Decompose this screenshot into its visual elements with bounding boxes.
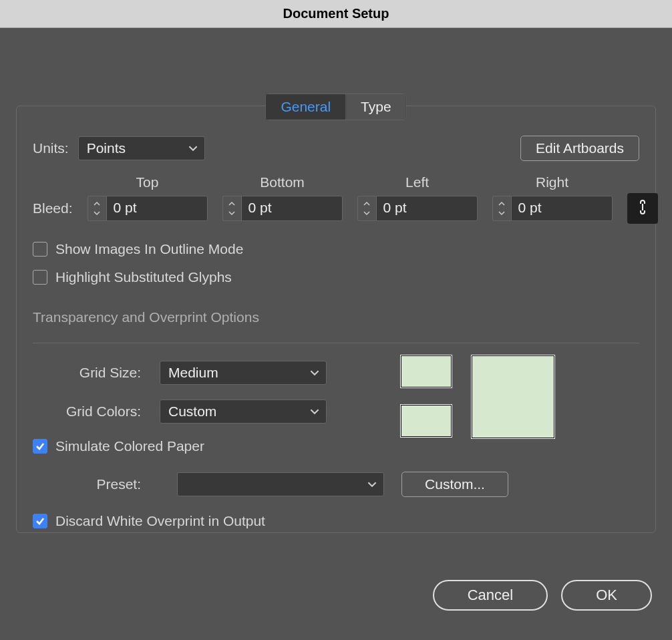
tab-type[interactable]: Type <box>346 94 406 120</box>
bleed-col-top: Top <box>88 174 208 190</box>
grid-size-label: Grid Size: <box>33 365 150 381</box>
paper-color-swatch[interactable] <box>471 355 555 439</box>
bleed-col-bottom: Bottom <box>222 174 343 190</box>
units-select[interactable]: Points <box>78 136 205 160</box>
preset-custom-button[interactable]: Custom... <box>401 472 508 497</box>
bleed-left-field[interactable]: 0 pt <box>357 196 478 221</box>
chevron-down-icon <box>310 365 319 381</box>
discard-white-checkbox[interactable] <box>33 514 47 528</box>
grid-colors-label: Grid Colors: <box>33 404 150 420</box>
cancel-button[interactable]: Cancel <box>433 580 548 611</box>
bleed-top-input[interactable]: 0 pt <box>106 196 208 221</box>
grid-size-select[interactable]: Medium <box>160 361 327 385</box>
bleed-bottom-stepper[interactable] <box>222 196 241 221</box>
chevron-down-icon <box>310 404 319 420</box>
units-label: Units: <box>33 140 69 156</box>
bleed-col-right: Right <box>492 174 613 190</box>
bleed-section: Top Bottom Left Right Bleed: 0 pt 0 pt <box>33 174 639 224</box>
dialog-body: General Type Units: Points Edit Artboard… <box>0 28 672 640</box>
bleed-left-input[interactable]: 0 pt <box>376 196 478 221</box>
bleed-top-stepper[interactable] <box>88 196 106 221</box>
grid-color-swatch-1[interactable] <box>400 355 452 388</box>
grid-size-value: Medium <box>168 365 218 381</box>
grid-colors-value: Custom <box>168 404 216 420</box>
units-value: Points <box>87 140 126 156</box>
bleed-bottom-field[interactable]: 0 pt <box>222 196 343 221</box>
simulate-paper-checkbox[interactable] <box>33 439 47 454</box>
bleed-right-stepper[interactable] <box>492 196 511 221</box>
simulate-paper-label: Simulate Colored Paper <box>55 438 204 454</box>
section-divider <box>33 343 639 343</box>
bleed-right-field[interactable]: 0 pt <box>492 196 613 221</box>
bleed-top-field[interactable]: 0 pt <box>88 196 208 221</box>
bleed-col-left: Left <box>357 174 478 190</box>
bleed-label: Bleed: <box>33 200 73 216</box>
discard-white-label: Discard White Overprint in Output <box>55 513 265 529</box>
bleed-bottom-input[interactable]: 0 pt <box>241 196 343 221</box>
general-panel: Units: Points Edit Artboards Top Bottom … <box>16 106 656 533</box>
tab-bar: General Type <box>265 94 406 120</box>
ok-button[interactable]: OK <box>561 580 652 611</box>
window-title-text: Document Setup <box>283 6 389 21</box>
bleed-left-stepper[interactable] <box>357 196 376 221</box>
dialog-footer: Cancel OK <box>433 580 652 611</box>
transparency-section-title: Transparency and Overprint Options <box>33 309 639 325</box>
preset-select[interactable] <box>177 472 384 496</box>
link-icon <box>636 198 649 219</box>
color-swatches <box>400 355 555 439</box>
chevron-down-icon <box>367 476 377 492</box>
preset-label: Preset: <box>33 476 150 492</box>
grid-colors-select[interactable]: Custom <box>160 399 327 424</box>
bleed-right-input[interactable]: 0 pt <box>511 196 613 221</box>
outline-mode-label: Show Images In Outline Mode <box>55 241 243 257</box>
edit-artboards-button[interactable]: Edit Artboards <box>520 136 639 161</box>
bleed-link-toggle[interactable] <box>627 193 658 224</box>
chevron-down-icon <box>188 140 198 156</box>
grid-color-swatch-2[interactable] <box>400 404 452 438</box>
window-title: Document Setup <box>0 0 672 28</box>
tab-general[interactable]: General <box>266 94 346 120</box>
highlight-glyphs-checkbox[interactable] <box>33 270 47 285</box>
highlight-glyphs-label: Highlight Substituted Glyphs <box>55 269 232 285</box>
outline-mode-checkbox[interactable] <box>33 242 47 257</box>
